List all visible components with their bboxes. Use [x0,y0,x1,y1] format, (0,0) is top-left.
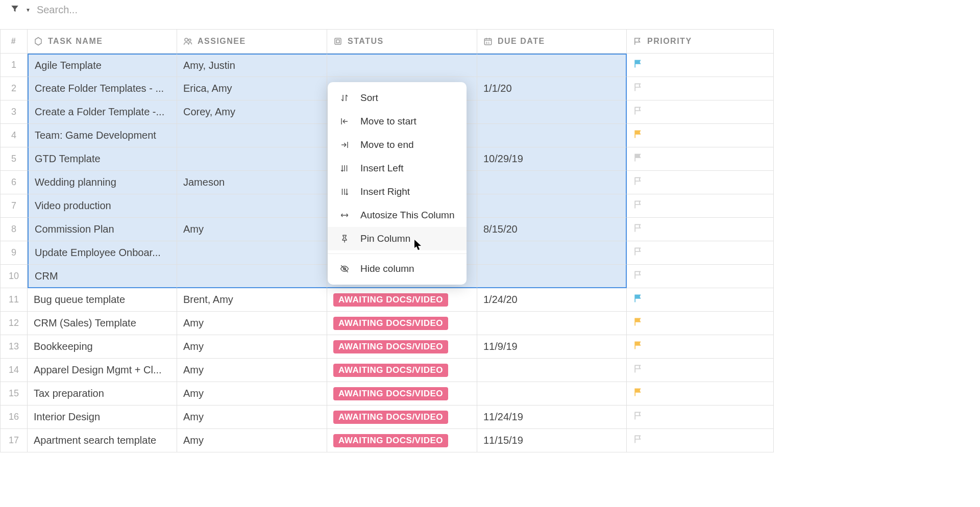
task-cell[interactable]: Create Folder Templates - ... [28,77,177,100]
priority-cell[interactable] [627,312,774,335]
menu-hide-column[interactable]: Hide column [328,257,467,281]
assignee-cell[interactable] [177,194,327,218]
due-cell[interactable] [477,312,627,335]
assignee-cell[interactable]: Brent, Amy [177,288,327,312]
task-cell[interactable]: Tax preparation [28,382,177,405]
assignee-cell[interactable]: Corey, Amy [177,100,327,124]
priority-cell[interactable] [627,382,774,405]
status-cell[interactable] [327,54,477,77]
task-cell[interactable]: Apartment search template [28,429,177,452]
task-cell[interactable]: Bug queue template [28,288,177,312]
priority-cell[interactable] [627,194,774,218]
task-cell[interactable]: Video production [28,194,177,218]
task-cell[interactable]: Apparel Design Mgmt + Cl... [28,359,177,382]
search-input[interactable] [37,4,970,16]
assignee-cell[interactable] [177,241,327,265]
task-cell[interactable]: Team: Game Development [28,124,177,147]
due-cell[interactable]: 1/1/20 [477,77,627,100]
priority-cell[interactable] [627,218,774,241]
task-cell[interactable]: Agile Template [28,54,177,77]
priority-flag-icon [633,434,643,447]
due-cell[interactable] [477,359,627,382]
priority-cell[interactable] [627,359,774,382]
priority-cell[interactable] [627,288,774,312]
col-header-task[interactable]: TASK NAME [28,29,177,54]
due-cell[interactable] [477,265,627,288]
task-cell[interactable]: Interior Design [28,405,177,429]
col-header-due[interactable]: 31DUE DATE [477,29,627,54]
svg-marker-0 [35,38,41,45]
assignee-cell-text: Amy [183,411,204,423]
task-cell-text: Bookkeeping [34,341,93,352]
assignee-cell[interactable]: Amy [177,218,327,241]
task-cell[interactable]: Update Employee Onboar... [28,241,177,265]
priority-cell[interactable] [627,241,774,265]
due-cell[interactable]: 1/24/20 [477,288,627,312]
due-cell[interactable]: 10/29/19 [477,147,627,171]
assignee-cell[interactable]: Amy [177,405,327,429]
priority-flag-icon [633,175,643,189]
task-cell[interactable]: Wedding planning [28,171,177,194]
task-cell[interactable]: GTD Template [28,147,177,171]
menu-move-start[interactable]: Move to start [328,110,467,133]
priority-cell[interactable] [627,147,774,171]
row-num-text: 16 [9,412,19,422]
due-cell[interactable]: 8/15/20 [477,218,627,241]
priority-cell[interactable] [627,54,774,77]
status-cell[interactable]: AWAITING DOCS/VIDEO [327,312,477,335]
due-cell[interactable] [477,54,627,77]
due-cell[interactable] [477,124,627,147]
menu-insert-left[interactable]: Insert Left [328,157,467,180]
priority-cell[interactable] [627,100,774,124]
priority-cell[interactable] [627,171,774,194]
assignee-cell[interactable]: Amy [177,359,327,382]
col-header-priority[interactable]: PRIORITY [627,29,774,54]
due-cell[interactable] [477,241,627,265]
assignee-cell[interactable] [177,147,327,171]
status-cell[interactable]: AWAITING DOCS/VIDEO [327,429,477,452]
assignee-cell[interactable]: Amy [177,335,327,359]
due-cell[interactable]: 11/15/19 [477,429,627,452]
assignee-cell[interactable]: Erica, Amy [177,77,327,100]
assignee-cell[interactable]: Jameson [177,171,327,194]
assignee-cell[interactable]: Amy [177,382,327,405]
col-header-status[interactable]: STATUS [327,29,477,54]
priority-cell[interactable] [627,124,774,147]
priority-cell[interactable] [627,405,774,429]
due-cell[interactable]: 11/9/19 [477,335,627,359]
status-cell[interactable]: AWAITING DOCS/VIDEO [327,335,477,359]
priority-cell[interactable] [627,265,774,288]
status-cell[interactable]: AWAITING DOCS/VIDEO [327,359,477,382]
priority-cell[interactable] [627,429,774,452]
priority-cell[interactable] [627,335,774,359]
task-cell[interactable]: Create a Folder Template -... [28,100,177,124]
due-cell[interactable] [477,194,627,218]
col-header-due-label: DUE DATE [498,37,545,46]
assignee-cell[interactable] [177,265,327,288]
assignee-cell[interactable]: Amy [177,312,327,335]
insert-left-icon [339,163,350,174]
due-cell[interactable] [477,171,627,194]
task-cell[interactable]: Bookkeeping [28,335,177,359]
menu-move-end[interactable]: Move to end [328,133,467,157]
menu-autosize[interactable]: Autosize This Column [328,204,467,227]
menu-insert-right[interactable]: Insert Right [328,180,467,204]
due-cell[interactable]: 11/24/19 [477,405,627,429]
priority-cell[interactable] [627,77,774,100]
assignee-cell[interactable]: Amy, Justin [177,54,327,77]
menu-pin-column[interactable]: Pin Column [328,227,467,250]
assignee-cell[interactable] [177,124,327,147]
status-cell[interactable]: AWAITING DOCS/VIDEO [327,382,477,405]
task-cell[interactable]: CRM [28,265,177,288]
filter-dropdown-icon[interactable]: ▼ [26,7,31,13]
status-cell[interactable]: AWAITING DOCS/VIDEO [327,288,477,312]
col-header-assignee[interactable]: ASSIGNEE [177,29,327,54]
menu-sort[interactable]: Sort [328,86,467,110]
filter-icon[interactable] [10,4,19,16]
task-cell[interactable]: CRM (Sales) Template [28,312,177,335]
assignee-cell[interactable]: Amy [177,429,327,452]
due-cell[interactable] [477,100,627,124]
due-cell[interactable] [477,382,627,405]
status-cell[interactable]: AWAITING DOCS/VIDEO [327,405,477,429]
task-cell[interactable]: Commission Plan [28,218,177,241]
